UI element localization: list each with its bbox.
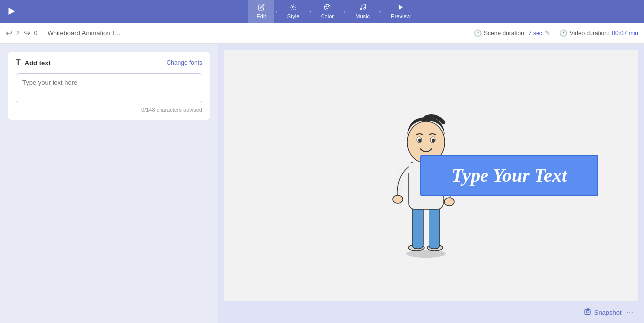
nav-chevron-3: › (344, 9, 345, 14)
canvas-wrapper: Type Your Text (224, 50, 638, 301)
video-duration-value: 00:07 min (612, 30, 638, 37)
canvas-background: Type Your Text (224, 50, 638, 301)
tab-style-label: Style (287, 13, 299, 19)
char-count: 0/148 characters advised (16, 107, 202, 113)
snapshot-button[interactable]: Snapshot (584, 308, 622, 317)
scene-duration-label: Scene duration: (484, 30, 526, 37)
toolbar-left: ↩ 2 ↪ 0 Whiteboard Animation T... (6, 28, 120, 38)
tab-edit-label: Edit (257, 13, 266, 19)
preview-icon (397, 4, 404, 12)
undo-count: 2 (16, 30, 20, 37)
edit-icon (258, 4, 265, 12)
tab-color[interactable]: Color (312, 0, 343, 23)
text-overlay: Type Your Text (420, 155, 598, 196)
redo-count: 0 (34, 30, 38, 37)
scene-duration-item: 🕐 Scene duration: 7 sec ✎ (474, 29, 550, 37)
toolbar-right: 🕐 Scene duration: 7 sec ✎ 🕐 Video durati… (474, 29, 638, 37)
snapshot-label: Snapshot (594, 309, 622, 316)
nav-chevron-4: › (379, 9, 381, 14)
tab-color-label: Color (321, 13, 334, 19)
music-icon (359, 4, 366, 12)
nav-chevron-2: › (309, 9, 311, 14)
svg-marker-7 (399, 4, 403, 10)
clock-icon: 🕐 (474, 29, 482, 37)
text-panel-card: T Add text Change fonts 0/148 characters… (8, 52, 210, 120)
top-navigation: Edit › Style › Color › Music › (0, 0, 644, 23)
add-text-title: T Add text (16, 58, 51, 67)
project-title: Whiteboard Animation T... (47, 29, 120, 37)
nav-chevron-1: › (275, 9, 277, 14)
scene-duration-edit-icon[interactable]: ✎ (545, 29, 550, 37)
main-area: T Add text Change fonts 0/148 characters… (0, 44, 644, 323)
video-duration-label: Video duration: (570, 30, 610, 37)
more-options-button[interactable]: ··· (627, 308, 633, 317)
svg-point-20 (418, 139, 421, 142)
snapshot-icon (584, 308, 591, 317)
undo-button[interactable]: ↩ (6, 28, 12, 38)
tab-preview[interactable]: Preview (382, 0, 419, 23)
svg-point-21 (432, 139, 435, 142)
tab-style[interactable]: Style (278, 0, 308, 23)
video-clock-icon: 🕐 (559, 29, 567, 37)
text-icon: T (16, 58, 21, 67)
text-box-content: Type Your Text (437, 164, 582, 186)
change-fonts-button[interactable]: Change fonts (167, 59, 202, 66)
svg-point-8 (406, 250, 446, 258)
nav-tabs: Edit › Style › Color › Music › (23, 0, 644, 23)
text-panel-header: T Add text Change fonts (16, 58, 202, 67)
video-duration-item: 🕐 Video duration: 00:07 min (559, 29, 638, 37)
tab-edit[interactable]: Edit (248, 0, 275, 23)
svg-rect-11 (412, 204, 423, 249)
svg-marker-0 (9, 8, 15, 15)
style-icon (290, 4, 297, 12)
redo-button[interactable]: ↪ (24, 28, 30, 38)
svg-rect-12 (429, 204, 440, 249)
svg-point-15 (444, 198, 454, 206)
svg-point-2 (326, 6, 327, 7)
svg-point-6 (363, 7, 365, 9)
svg-point-4 (327, 8, 328, 9)
canvas-area: Type Your Text Snapshot ··· (218, 44, 644, 323)
svg-point-1 (292, 6, 294, 8)
left-panel: T Add text Change fonts 0/148 characters… (0, 44, 218, 323)
svg-point-23 (586, 310, 589, 313)
tab-music[interactable]: Music (346, 0, 378, 23)
canvas-bottom-bar: Snapshot ··· (224, 301, 638, 323)
color-icon (324, 4, 331, 12)
svg-point-5 (360, 8, 362, 10)
add-text-label: Add text (25, 59, 51, 67)
scene-duration-value: 7 sec (528, 30, 542, 37)
logo-icon (6, 6, 17, 17)
tab-music-label: Music (355, 13, 370, 19)
svg-point-3 (328, 6, 329, 7)
svg-point-14 (393, 195, 403, 203)
text-box: Type Your Text (420, 155, 598, 196)
tab-preview-label: Preview (391, 13, 410, 19)
text-input[interactable] (16, 73, 202, 103)
toolbar: ↩ 2 ↪ 0 Whiteboard Animation T... 🕐 Scen… (0, 23, 644, 44)
logo[interactable] (0, 0, 23, 23)
